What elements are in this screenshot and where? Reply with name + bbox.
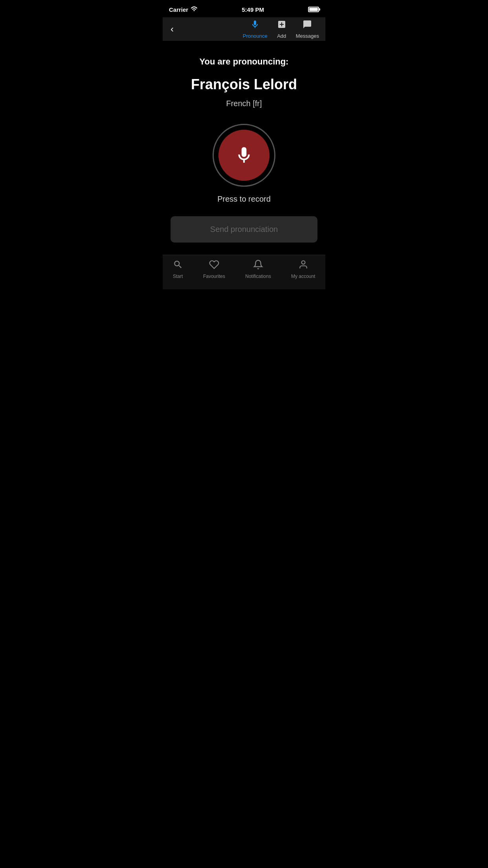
status-carrier: Carrier	[169, 6, 198, 13]
person-icon	[298, 259, 308, 272]
svg-point-0	[301, 261, 305, 264]
status-battery	[308, 7, 319, 12]
record-ring	[213, 124, 275, 187]
press-to-record-label: Press to record	[217, 195, 271, 204]
nav-bar: ‹ Pronounce Add	[163, 17, 325, 41]
person-name: François Lelord	[191, 76, 297, 93]
tab-messages[interactable]: Messages	[296, 20, 319, 39]
mic-button-icon	[234, 145, 254, 165]
main-content: You are pronouncing: François Lelord Fre…	[163, 41, 325, 250]
search-icon	[173, 259, 183, 272]
tab-add-label: Add	[277, 33, 286, 39]
tab-pronounce-label: Pronounce	[243, 33, 268, 39]
bottom-tab-start-label: Start	[173, 274, 183, 279]
bottom-tab-favourites[interactable]: Favourites	[203, 259, 225, 279]
pronouncing-label: You are pronouncing:	[200, 57, 289, 67]
microphone-icon	[250, 20, 260, 31]
bottom-tab-favourites-label: Favourites	[203, 274, 225, 279]
back-button[interactable]: ‹	[169, 22, 175, 36]
heart-icon	[209, 259, 219, 272]
language-label: French [fr]	[226, 99, 262, 108]
bottom-tab-bar: Start Favourites Notifications My accoun…	[163, 255, 325, 289]
record-container: Press to record	[213, 124, 275, 204]
tab-add[interactable]: Add	[277, 20, 286, 39]
send-pronunciation-button[interactable]: Send pronunciation	[171, 216, 317, 243]
messages-icon	[303, 20, 312, 31]
tab-messages-label: Messages	[296, 33, 319, 39]
bottom-tab-start[interactable]: Start	[173, 259, 183, 279]
bottom-tab-notifications[interactable]: Notifications	[245, 259, 271, 279]
bottom-tab-notifications-label: Notifications	[245, 274, 271, 279]
carrier-text: Carrier	[169, 6, 188, 13]
wifi-icon	[191, 6, 198, 13]
record-button[interactable]	[218, 130, 270, 181]
bottom-tab-myaccount[interactable]: My account	[291, 259, 315, 279]
tab-pronounce[interactable]: Pronounce	[243, 20, 268, 39]
status-bar: Carrier 5:49 PM	[163, 0, 325, 17]
battery-icon	[308, 7, 319, 12]
add-text-icon	[277, 20, 286, 31]
bell-icon	[253, 259, 263, 272]
bottom-tab-myaccount-label: My account	[291, 274, 315, 279]
status-time: 5:49 PM	[242, 6, 264, 13]
nav-tabs: Pronounce Add Messages	[243, 20, 319, 39]
